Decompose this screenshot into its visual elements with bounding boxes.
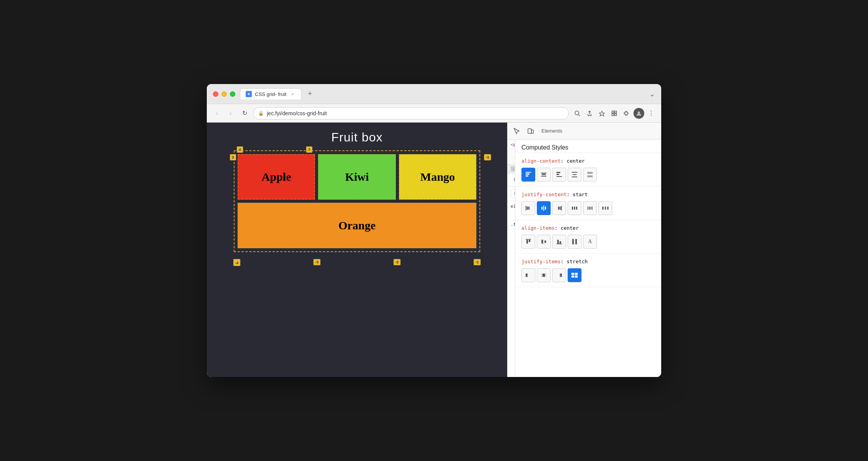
svg-rect-7 [615, 114, 617, 116]
minimize-button[interactable] [221, 91, 227, 97]
svg-rect-61 [560, 274, 562, 277]
align-items-btn-stretch[interactable] [568, 235, 581, 249]
align-items-colon: : [555, 225, 561, 231]
justify-content-btn-end[interactable] [552, 201, 566, 215]
justify-content-prop: justify-content [521, 192, 566, 197]
device-mode-button[interactable] [524, 125, 537, 137]
justify-content-btn-center[interactable] [537, 201, 551, 215]
justify-content-btn-evenly[interactable] [598, 201, 612, 215]
more-menu-button[interactable]: ⋮ [646, 108, 657, 119]
svg-rect-31 [561, 206, 562, 210]
svg-rect-52 [557, 240, 559, 244]
computed-panel-inner: align-content: center [515, 153, 661, 377]
maximize-button[interactable] [230, 91, 235, 97]
svg-rect-32 [560, 207, 561, 210]
svg-rect-46 [526, 240, 528, 244]
justify-content-btn-between[interactable] [583, 201, 597, 215]
puzzle-button[interactable] [621, 108, 632, 119]
align-content-btn-between[interactable] [568, 168, 581, 182]
justify-items-btn-center[interactable] [537, 268, 551, 282]
svg-marker-3 [599, 111, 605, 116]
inspector-tool-button[interactable] [511, 125, 523, 137]
svg-rect-20 [572, 172, 577, 173]
browser-tab[interactable]: CSS grid- fruit × [240, 88, 302, 99]
svg-rect-48 [543, 239, 544, 244]
orange-cell: Orange [238, 203, 476, 248]
justify-content-btn-around[interactable] [568, 201, 581, 215]
share-button[interactable] [584, 108, 595, 119]
align-items-value: center [561, 225, 579, 231]
tab-close-button[interactable]: × [290, 91, 296, 97]
forward-button[interactable]: › [225, 108, 236, 119]
justify-content-section: justify-content: start [515, 187, 661, 220]
svg-rect-57 [526, 274, 527, 277]
svg-rect-51 [556, 244, 562, 244]
svg-rect-16 [541, 176, 546, 177]
svg-rect-35 [574, 207, 575, 210]
svg-rect-29 [541, 207, 543, 210]
align-items-prop: align-items [521, 225, 555, 231]
svg-rect-41 [592, 206, 593, 210]
reload-button[interactable]: ↻ [239, 108, 250, 119]
title-bar: CSS grid- fruit × + ⌄ [207, 84, 661, 104]
new-tab-button[interactable]: + [305, 89, 315, 99]
tab-favicon [246, 91, 252, 97]
justify-items-btn-start[interactable] [521, 268, 535, 282]
justify-content-value: start [573, 192, 588, 197]
address-bar[interactable]: 🔒 jec.fyi/demo/css-grid-fruit [253, 107, 569, 119]
align-content-btn-start[interactable] [521, 168, 535, 182]
align-items-btn-center[interactable] [537, 235, 551, 249]
justify-items-colon: : [561, 259, 567, 264]
align-items-btn-start[interactable] [521, 235, 535, 249]
align-content-btn-center[interactable] [537, 168, 551, 182]
computed-styles-title: Computed Styles [515, 140, 661, 153]
svg-rect-50 [545, 241, 546, 243]
grid-num-bottom-neg1: -1 [474, 259, 481, 265]
svg-rect-65 [575, 276, 578, 278]
grid-container: 1 2 -1 Apple Kiwi Mango Orange [234, 150, 480, 252]
bookmark-button[interactable] [597, 108, 607, 119]
svg-rect-45 [526, 239, 531, 240]
svg-rect-47 [529, 240, 530, 242]
grid-num-bottom-neg3: -3 [313, 259, 320, 265]
close-button[interactable] [213, 91, 218, 97]
svg-rect-23 [587, 172, 593, 174]
svg-rect-30 [545, 207, 546, 210]
align-items-btn-end[interactable] [552, 235, 566, 249]
url-text: jec.fyi/demo/css-grid-fruit [267, 110, 327, 116]
svg-rect-4 [612, 111, 614, 113]
svg-rect-6 [612, 114, 614, 116]
zoom-button[interactable] [572, 108, 583, 119]
apple-cell: Apple [238, 154, 315, 200]
elements-tab[interactable]: Elements [538, 128, 565, 134]
align-items-label: align-items: center [521, 225, 655, 231]
fruit-page: Fruit box 1 2 3 4 1 2 [207, 123, 507, 377]
nav-bar: ‹ › ↻ 🔒 jec.fyi/demo/css-grid-fruit [207, 104, 661, 123]
page-content: Fruit box 1 2 3 4 1 2 [207, 123, 507, 377]
svg-rect-27 [528, 207, 530, 210]
kiwi-cell: Kiwi [318, 154, 395, 200]
align-content-btn-stretch[interactable] [583, 168, 597, 182]
devtools-main: <p>Fruit bo ▼ <div class= <div clas ... … [508, 140, 661, 377]
computed-styles-panel: Computed Styles align-content: center [515, 140, 661, 377]
svg-rect-54 [572, 239, 574, 244]
mango-cell: Mango [399, 154, 476, 200]
extensions-button[interactable] [609, 108, 620, 119]
align-items-btn-baseline[interactable]: A [583, 235, 597, 249]
tab-title: CSS grid- fruit [255, 91, 287, 97]
svg-rect-40 [587, 206, 588, 210]
align-content-colon: : [561, 158, 567, 164]
window-more-button[interactable]: ⌄ [649, 90, 655, 98]
svg-rect-33 [558, 207, 559, 210]
svg-rect-64 [571, 276, 574, 278]
align-content-btn-end[interactable] [552, 168, 566, 182]
grid-num-bottom-neg2: -2 [394, 259, 400, 265]
main-area: Fruit box 1 2 3 4 1 2 [207, 123, 661, 377]
justify-content-btn-start[interactable] [521, 201, 535, 215]
profile-button[interactable] [633, 108, 644, 119]
justify-items-btn-stretch[interactable] [568, 268, 581, 282]
justify-items-btn-end[interactable] [552, 268, 566, 282]
page-title: Fruit box [331, 130, 382, 145]
svg-point-1 [575, 111, 579, 115]
back-button[interactable]: ‹ [211, 108, 222, 119]
